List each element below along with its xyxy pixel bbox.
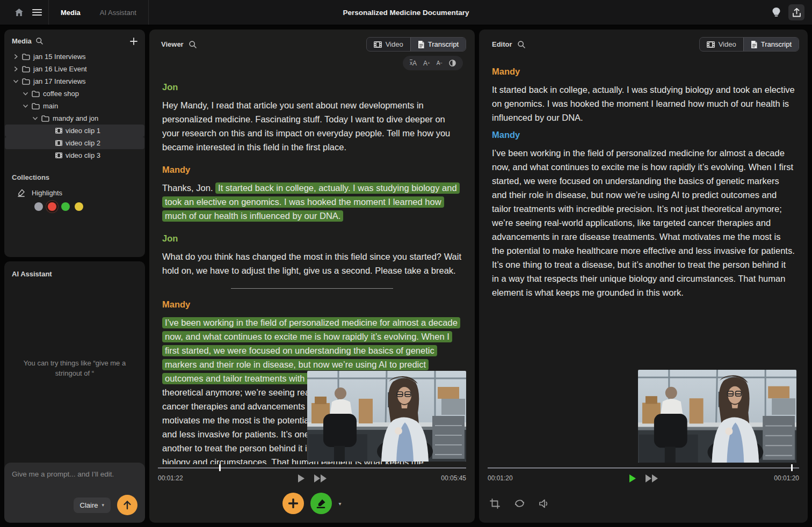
ai-panel-title: AI Assistant: [12, 270, 52, 278]
repeat-button[interactable]: [514, 499, 525, 508]
search-icon[interactable]: [189, 41, 197, 48]
transcript-text[interactable]: Thanks, Jon. It started back in college,…: [162, 181, 462, 223]
tree-item-label: video clip 2: [66, 139, 100, 147]
tree-folder-mandy-and-jon[interactable]: mandy and jon: [5, 112, 144, 125]
collections-title: Collections: [12, 173, 137, 181]
chevron-down-icon[interactable]: [13, 79, 19, 84]
menu-icon: [32, 9, 42, 16]
media-panel-title: Media: [12, 37, 32, 45]
persona-selector[interactable]: Claire ▾: [74, 497, 111, 513]
menu-button[interactable]: [29, 4, 45, 20]
fast-forward-icon: [646, 474, 658, 482]
transcript-segment: MandyI’ve been working in the field of p…: [492, 128, 795, 299]
volume-button[interactable]: [539, 499, 550, 508]
transcript-text[interactable]: I’ve been working in the field of person…: [492, 146, 795, 299]
contrast-icon[interactable]: [449, 60, 456, 67]
highlight-color-dot[interactable]: [48, 202, 56, 211]
crop-icon: [490, 499, 500, 509]
chevron-down-icon[interactable]: [23, 91, 28, 96]
play-button[interactable]: [298, 474, 305, 482]
persona-label: Claire: [80, 501, 98, 509]
tree-folder-coffee-shop[interactable]: coffee shop: [5, 87, 144, 100]
highlight-options-caret[interactable]: ▾: [338, 501, 341, 507]
add-to-editor-button[interactable]: [282, 493, 304, 514]
tree-folder-main[interactable]: main: [5, 100, 144, 112]
tab-media[interactable]: Media: [52, 4, 89, 21]
font-decrease-icon[interactable]: A−: [437, 60, 443, 66]
editor-video-thumbnail[interactable]: [638, 370, 796, 463]
send-prompt-button[interactable]: [117, 495, 137, 515]
editor-transcript-tab-label: Transcript: [761, 40, 792, 48]
viewer-title: Viewer: [161, 40, 184, 48]
home-icon: [15, 8, 24, 17]
highlight-color-dots: [12, 197, 137, 211]
play-icon: [298, 474, 305, 482]
tree-folder-jan-16-Live-Event[interactable]: jan 16 Live Event: [5, 63, 144, 75]
viewer-view-toggle: Video Transcript: [366, 37, 466, 52]
viewer-timeline[interactable]: [158, 464, 466, 471]
highlight-button[interactable]: [310, 493, 332, 514]
font-increase-icon[interactable]: A+: [423, 60, 430, 67]
fast-forward-button[interactable]: [646, 474, 658, 482]
tree-clip-video-clip-2[interactable]: video clip 2: [5, 137, 144, 149]
tree-clip-video-clip-1[interactable]: video clip 1: [5, 125, 144, 137]
search-icon[interactable]: [36, 38, 43, 45]
viewer-transcript-tab[interactable]: Transcript: [410, 38, 466, 51]
ai-prompt-placeholder: Give me a prompt... and I'll edit.: [12, 470, 137, 478]
viewer-video-thumbnail[interactable]: [307, 371, 466, 462]
tree-item-label: jan 15 Interviews: [33, 53, 86, 61]
text-size-icon[interactable]: xA: [410, 60, 417, 67]
arrow-up-icon: [123, 500, 132, 510]
viewer-video-tab-label: Video: [386, 40, 403, 48]
playhead[interactable]: [791, 464, 793, 471]
topbar-separator: [48, 0, 49, 25]
folder-icon: [41, 115, 49, 122]
transcript-text[interactable]: It started back in college, actually. I …: [492, 83, 795, 125]
editor-transcript-tab[interactable]: Transcript: [743, 38, 799, 51]
transcript-text[interactable]: Hey Mandy, I read that article you sent …: [162, 98, 462, 154]
play-button[interactable]: [629, 474, 636, 482]
viewer-video-tab[interactable]: Video: [367, 38, 410, 51]
highlight-color-dot[interactable]: [34, 202, 43, 211]
highlighter-icon: [17, 189, 25, 197]
tips-button[interactable]: [768, 4, 784, 20]
chevron-down-icon[interactable]: [23, 104, 28, 108]
home-button[interactable]: [11, 4, 27, 20]
transcript-segment: JonWhat do you think has changed the mos…: [162, 231, 462, 289]
transcript-segment: JonHey Mandy, I read that article you se…: [162, 80, 462, 154]
add-media-button[interactable]: [130, 38, 137, 45]
transcript-segment: MandyIt started back in college, actuall…: [492, 64, 795, 125]
chevron-right-icon[interactable]: [13, 54, 19, 59]
tree-folder-jan-15-Interviews[interactable]: jan 15 Interviews: [5, 50, 144, 63]
transcript-text[interactable]: What do you think has changed the most i…: [162, 250, 462, 277]
playhead[interactable]: [219, 464, 221, 471]
tree-item-label: video clip 3: [66, 151, 100, 159]
ai-prompt-input[interactable]: Give me a prompt... and I'll edit. Clair…: [4, 463, 145, 523]
editor-timeline[interactable]: [488, 464, 799, 471]
media-tree: jan 15 Interviewsjan 16 Live Eventjan 17…: [4, 50, 145, 162]
highlight-color-dot[interactable]: [61, 202, 70, 211]
highlight-color-dot[interactable]: [75, 202, 83, 211]
collection-label: Highlights: [32, 189, 62, 197]
chevron-right-icon[interactable]: [13, 67, 19, 71]
transcript-segment: MandyThanks, Jon. It started back in col…: [162, 163, 462, 223]
tree-folder-jan-17-Interviews[interactable]: jan 17 Interviews: [5, 75, 144, 87]
sidebar: Media jan 15 Interviewsjan 16 Live Event…: [4, 30, 145, 523]
tree-item-label: coffee shop: [43, 90, 79, 98]
fast-forward-button[interactable]: [314, 474, 327, 482]
tree-clip-video-clip-3[interactable]: video clip 3: [5, 149, 144, 162]
add-icon: [288, 499, 298, 508]
lightbulb-icon: [772, 8, 780, 18]
tree-item-label: video clip 1: [66, 127, 100, 135]
editor-video-tab[interactable]: Video: [700, 38, 743, 51]
text-display-controls: xA A+ A−: [403, 56, 463, 70]
crop-button[interactable]: [490, 499, 500, 509]
share-button[interactable]: [788, 4, 804, 20]
repeat-icon: [514, 499, 525, 508]
search-icon[interactable]: [518, 41, 525, 48]
ai-assistant-panel: AI Assistant You can try things like “gi…: [4, 261, 145, 523]
tab-ai-assistant[interactable]: AI Assistant: [91, 4, 145, 21]
collection-highlights[interactable]: Highlights: [12, 189, 137, 197]
chevron-down-icon[interactable]: [33, 116, 38, 121]
tree-item-label: jan 17 Interviews: [33, 77, 86, 85]
